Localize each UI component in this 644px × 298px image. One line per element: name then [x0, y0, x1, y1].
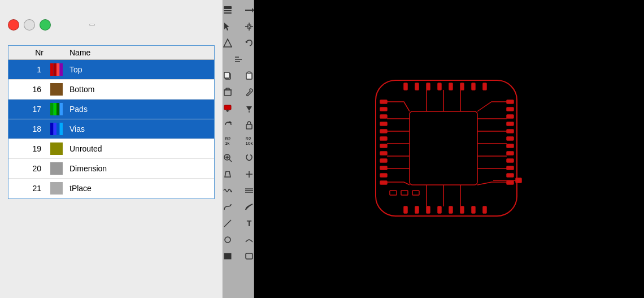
layer-nr: 21 — [8, 179, 48, 198]
svg-rect-53 — [380, 159, 387, 162]
route-icon[interactable] — [217, 199, 238, 215]
svg-rect-17 — [224, 72, 229, 78]
triangle-icon[interactable] — [217, 35, 238, 51]
table-row[interactable]: 17Pads — [8, 100, 214, 119]
copy-icon[interactable] — [217, 68, 238, 84]
svg-rect-2 — [224, 12, 232, 14]
table-row[interactable]: 1Top — [8, 60, 214, 80]
layer-nr: 20 — [8, 159, 48, 179]
svg-rect-72 — [438, 83, 441, 90]
svg-rect-0 — [224, 6, 232, 9]
svg-rect-20 — [224, 90, 231, 96]
svg-rect-48 — [380, 122, 387, 126]
layers-icon[interactable] — [217, 2, 238, 18]
table-row[interactable]: 19Unrouted — [8, 139, 214, 159]
svg-rect-69 — [404, 83, 407, 90]
layer-nr: 19 — [8, 139, 48, 159]
close-button[interactable] — [8, 19, 19, 31]
table-row[interactable]: 16Bottom — [8, 80, 214, 100]
add-layer-icon[interactable] — [217, 101, 238, 116]
rect-icon[interactable] — [217, 248, 238, 264]
svg-rect-83 — [472, 206, 475, 213]
svg-rect-52 — [380, 152, 387, 155]
svg-rect-58 — [507, 107, 514, 111]
toolbar-rotate-pair — [217, 35, 259, 51]
toolbar-resistor-pair: R21k R210k — [217, 133, 259, 149]
layer-name: Pads — [65, 100, 214, 119]
toolbar-wave-pair — [217, 183, 259, 198]
svg-rect-80 — [438, 206, 441, 213]
layer-name: Dimension — [65, 159, 214, 179]
svg-rect-67 — [507, 174, 514, 177]
svg-rect-70 — [415, 83, 419, 90]
svg-rect-81 — [449, 206, 452, 213]
toolbar-copy-pair — [217, 68, 259, 84]
svg-rect-23 — [224, 105, 231, 110]
minimize-button[interactable] — [24, 19, 35, 31]
layer-color-swatch — [48, 139, 65, 159]
table-row[interactable]: 21tPlace — [8, 179, 214, 198]
toolbar: R21k R210k — [223, 0, 254, 298]
wave-icon[interactable] — [217, 183, 238, 198]
rotate2-icon[interactable] — [217, 117, 238, 133]
pcb-svg — [359, 69, 539, 227]
layer-color-swatch — [48, 119, 65, 139]
table-header-row: Nr Name — [8, 46, 214, 60]
toolbar-arc-pair — [217, 232, 259, 248]
layer-nr: 18 — [8, 119, 48, 139]
delete-icon[interactable] — [217, 84, 238, 100]
svg-rect-105 — [390, 191, 397, 195]
maximize-button[interactable] — [40, 19, 51, 31]
col-header-color — [48, 46, 65, 60]
layer-color-swatch — [48, 60, 65, 80]
toolbar-zoom-pair — [217, 150, 259, 166]
svg-rect-104 — [516, 178, 521, 183]
table-row[interactable]: 20Dimension — [8, 159, 214, 179]
toolbar-rect-pair — [217, 248, 259, 264]
layer-name: Bottom — [65, 80, 214, 100]
layer-color-swatch — [48, 159, 65, 179]
svg-rect-56 — [380, 181, 387, 184]
trapezoid-icon[interactable] — [217, 166, 238, 182]
svg-rect-84 — [483, 206, 486, 213]
svg-rect-68 — [507, 181, 514, 184]
toolbar-add-pair — [217, 101, 259, 116]
svg-line-31 — [229, 159, 232, 162]
layer-color-swatch — [48, 100, 65, 119]
svg-rect-62 — [507, 137, 514, 140]
svg-rect-18 — [246, 73, 252, 79]
toolbar-rotate2-pair — [217, 117, 259, 133]
svg-rect-59 — [507, 115, 514, 118]
svg-marker-5 — [224, 23, 229, 31]
layers-table-container: Nr Name 1Top16Bottom17Pads18Vias19Unrout… — [8, 45, 215, 199]
svg-rect-74 — [460, 83, 464, 90]
svg-rect-64 — [507, 152, 514, 155]
pcb-drawing — [359, 69, 539, 230]
circle-icon[interactable] — [217, 232, 238, 248]
svg-rect-77 — [404, 206, 407, 213]
svg-rect-66 — [507, 166, 514, 170]
table-row[interactable]: 18Vias — [8, 119, 214, 139]
svg-rect-29 — [246, 124, 252, 129]
zoom-in-icon[interactable] — [217, 150, 238, 166]
svg-rect-79 — [427, 206, 430, 213]
layer-name: Unrouted — [65, 139, 214, 159]
cursor-icon[interactable] — [217, 19, 238, 34]
col-header-name: Name — [65, 46, 214, 60]
layers-section: Nr Name 1Top16Bottom17Pads18Vias19Unrout… — [0, 35, 223, 202]
svg-line-40 — [224, 220, 231, 227]
align-icon[interactable] — [228, 51, 249, 67]
brd-badge — [89, 24, 95, 26]
svg-rect-65 — [507, 159, 514, 162]
svg-rect-82 — [460, 206, 464, 213]
layer-color-swatch — [48, 80, 65, 100]
diag-line-icon[interactable] — [217, 215, 238, 231]
layer-name: tPlace — [65, 179, 214, 198]
r1k-icon[interactable]: R21k — [217, 133, 238, 149]
canvas-area — [254, 0, 644, 298]
window-title-area — [89, 24, 98, 26]
svg-rect-71 — [427, 83, 430, 90]
svg-rect-106 — [401, 191, 408, 195]
svg-rect-55 — [380, 174, 387, 177]
svg-rect-57 — [507, 100, 514, 103]
